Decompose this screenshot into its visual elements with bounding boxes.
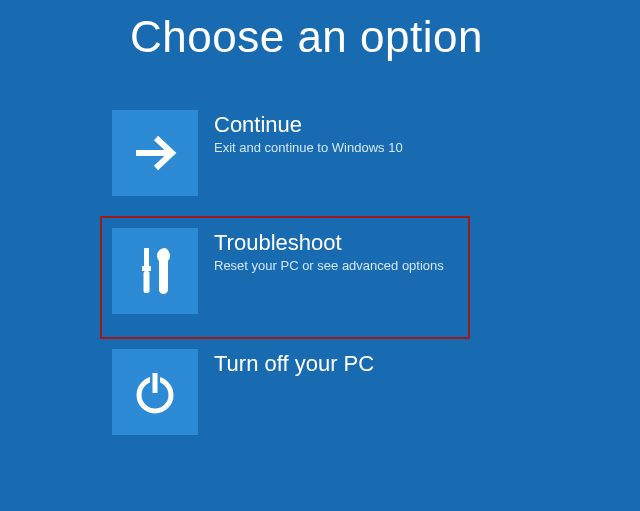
option-troubleshoot[interactable]: Troubleshoot Reset your PC or see advanc… xyxy=(100,216,470,339)
option-turnoff[interactable]: Turn off your PC xyxy=(112,349,482,435)
option-title: Turn off your PC xyxy=(214,351,374,377)
option-text: Continue Exit and continue to Windows 10 xyxy=(198,110,403,157)
option-desc: Reset your PC or see advanced options xyxy=(214,258,444,275)
page-title: Choose an option xyxy=(130,12,483,62)
svg-rect-3 xyxy=(144,271,150,293)
option-title: Troubleshoot xyxy=(214,230,444,256)
option-desc: Exit and continue to Windows 10 xyxy=(214,140,403,157)
option-continue[interactable]: Continue Exit and continue to Windows 10 xyxy=(112,110,482,196)
arrow-right-icon xyxy=(130,128,180,178)
tools-icon xyxy=(130,242,180,300)
svg-rect-1 xyxy=(144,248,149,266)
tile-continue xyxy=(112,110,198,196)
options-list: Continue Exit and continue to Windows 10… xyxy=(112,110,482,455)
svg-rect-2 xyxy=(142,266,151,271)
option-title: Continue xyxy=(214,112,403,138)
tile-turnoff xyxy=(112,349,198,435)
option-text: Troubleshoot Reset your PC or see advanc… xyxy=(198,228,444,275)
power-icon xyxy=(130,367,180,417)
option-text: Turn off your PC xyxy=(198,349,374,379)
tile-troubleshoot xyxy=(112,228,198,314)
